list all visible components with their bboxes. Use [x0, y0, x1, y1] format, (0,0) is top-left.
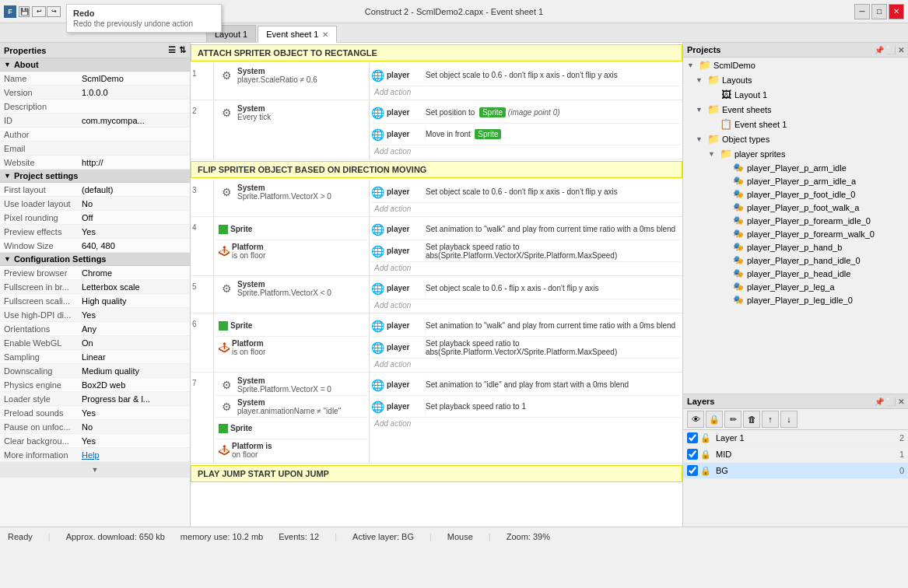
tree-layouts[interactable]: ▼ 📁 Layouts — [683, 72, 908, 87]
tree-player-hand-b[interactable]: 🎭 player_Player_p_hand_b — [683, 240, 908, 254]
layer-row-layer1[interactable]: 🔓 Layer 1 2 — [683, 430, 908, 446]
prop-orientations: Orientations Any — [0, 322, 190, 336]
list-item[interactable]: ⚙ System player.animationName ≠ "idle" — [216, 396, 367, 418]
status-mouse: Mouse — [447, 532, 473, 541]
sort-btn[interactable]: ⇅ — [179, 45, 186, 55]
tree-objecttypes[interactable]: ▼ 📁 Object types — [683, 131, 908, 146]
list-item[interactable]: 🕹 Platform is on floor — [216, 439, 367, 461]
tree-sprite-label: player_Player_p_leg_a — [747, 282, 835, 292]
list-item[interactable]: 🌐 player Set animation to "walk" and pla… — [371, 315, 681, 337]
prop-loader-label: Use loader layout — [4, 199, 82, 208]
projects-pin-btn[interactable]: 📌 — [875, 46, 884, 54]
list-item[interactable]: Sprite — [216, 418, 367, 439]
add-action-1[interactable]: Add action — [371, 86, 681, 98]
tree-player-foot-walk[interactable]: 🎭 player_Player_p_foot_walk_a — [683, 201, 908, 214]
config-section-header[interactable]: ▼ Configuration Settings — [0, 253, 190, 266]
bg-visibility-checkbox[interactable] — [687, 465, 698, 476]
layer-delete-btn[interactable]: 🗑 — [743, 411, 760, 428]
list-item[interactable]: ⚙ System Sprite.Platform.VectorX < 0 — [216, 278, 367, 299]
project-settings-header[interactable]: ▼ Project settings — [0, 170, 190, 183]
list-item[interactable]: Sprite — [216, 219, 367, 240]
add-action-2[interactable]: Add action — [371, 145, 681, 157]
tree-player-leg-idle[interactable]: 🎭 player_Player_p_leg_idle_0 — [683, 293, 908, 306]
list-item[interactable]: Sprite — [216, 315, 367, 337]
tab-eventsheet1-close[interactable]: ✕ — [322, 30, 328, 39]
layer-up-btn[interactable]: ↑ — [762, 411, 779, 428]
sort-alpha-btn[interactable]: ☰ — [168, 45, 176, 55]
about-collapse-icon: ▼ — [4, 61, 11, 68]
projects-float-btn[interactable]: ⬜ — [886, 46, 896, 54]
list-item[interactable]: ⚙ System Every tick — [216, 102, 367, 124]
projects-close-btn[interactable]: ✕ — [898, 46, 904, 54]
center-panel[interactable]: ATTACH SPRITER OBJECT TO RECTANGLE 1 ⚙ S… — [191, 43, 682, 527]
add-action-3[interactable]: Add action — [371, 203, 681, 215]
tree-player-forearm-walk[interactable]: 🎭 player_Player_p_forearm_walk_0 — [683, 227, 908, 240]
layer1-visibility-checkbox[interactable] — [687, 432, 698, 443]
layers-close-btn[interactable]: ✕ — [898, 397, 904, 406]
tree-player-hand-idle[interactable]: 🎭 player_Player_p_hand_idle_0 — [683, 254, 908, 267]
list-item[interactable]: 🌐 player Set playback speed ratio to abs… — [371, 240, 681, 262]
list-item[interactable]: 🌐 player Set animation to "walk" and pla… — [371, 219, 681, 240]
list-item[interactable]: 🌐 player Set object scale to 0.6 - flip … — [371, 278, 681, 299]
condition-detail: player.ScaleRatio ≠ 0.6 — [237, 75, 317, 84]
mid-visibility-checkbox[interactable] — [687, 449, 698, 460]
tree-player-sprites[interactable]: ▼ 📁 player sprites — [683, 146, 908, 161]
add-action-5[interactable]: Add action — [371, 299, 681, 311]
tree-eventsheets[interactable]: ▼ 📁 Event sheets — [683, 102, 908, 117]
tree-player-head-idle[interactable]: 🎭 player_Player_p_head_idle — [683, 267, 908, 280]
layer-row-bg[interactable]: 🔒 BG 0 — [683, 463, 908, 479]
prop-more-info-value[interactable]: Help — [82, 450, 186, 460]
prop-first-layout: First layout (default) — [0, 183, 190, 197]
tree-eventsheet1[interactable]: 📋 Event sheet 1 — [683, 117, 908, 131]
tree-player-leg-a[interactable]: 🎭 player_Player_p_leg_a — [683, 280, 908, 293]
list-item[interactable]: ⚙ System Sprite.Platform.VectorX = 0 — [216, 374, 367, 396]
tree-player-foot-idle[interactable]: 🎭 player_Player_p_foot_idle_0 — [683, 187, 908, 201]
close-btn[interactable]: ✕ — [889, 4, 904, 19]
undo-btn[interactable]: ↩ — [32, 6, 46, 17]
add-action-6[interactable]: Add action — [371, 359, 681, 370]
player-globe-icon: 🌐 — [371, 69, 384, 82]
layers-float-btn[interactable]: ⬜ — [886, 397, 896, 406]
event-5-conditions: ⚙ System Sprite.Platform.VectorX < 0 — [214, 276, 370, 313]
left-panel: Properties ☰ ⇅ ▼ About Name ScmlDemo Ver… — [0, 43, 191, 527]
minimize-btn[interactable]: ─ — [854, 4, 870, 19]
tree-layout1[interactable]: 🖼 Layout 1 — [683, 87, 908, 102]
condition-obj-name: Sprite — [230, 321, 252, 330]
status-sep4: | — [489, 532, 491, 541]
redo-group-btn[interactable]: ↪ — [47, 6, 61, 17]
list-item[interactable]: 🌐 player Set playback speed ratio to abs… — [371, 337, 681, 359]
layers-pin-btn[interactable]: 📌 — [875, 397, 884, 406]
tree-player-arm-idle-a[interactable]: 🎭 player_Player_p_arm_idle_a — [683, 174, 908, 187]
save-quick-btn[interactable]: 💾 — [19, 6, 30, 17]
tree-player-forearm-idle[interactable]: 🎭 player_Player_p_forearm_idle_0 — [683, 214, 908, 227]
status-sep3: | — [429, 532, 432, 541]
prop-pixel-rounding-label: Pixel rounding — [4, 213, 82, 222]
prop-sampling-label: Sampling — [4, 352, 82, 362]
tree-root[interactable]: ▼ 📁 ScmlDemo — [683, 58, 908, 72]
list-item[interactable]: 🌐 player Set animation to "idle" and pla… — [371, 374, 681, 396]
maximize-btn[interactable]: □ — [871, 4, 887, 19]
add-action-7[interactable]: Add action — [371, 418, 681, 429]
bg-name: BG — [716, 466, 886, 475]
layer-eye-btn[interactable]: 👁 — [687, 411, 704, 428]
list-item[interactable]: 🌐 player Set position to Sprite (image p… — [371, 102, 681, 124]
tree-player-arm-idle[interactable]: 🎭 player_Player_p_arm_idle — [683, 161, 908, 174]
list-item[interactable]: 🕹 Platform is on floor — [216, 337, 367, 359]
folder-icon: 📁 — [707, 74, 720, 86]
event-sheet-scroll[interactable]: ATTACH SPRITER OBJECT TO RECTANGLE 1 ⚙ S… — [191, 43, 682, 527]
list-item[interactable]: ⚙ System player.ScaleRatio ≠ 0.6 — [216, 65, 367, 86]
list-item[interactable]: 🕹 Platform is on floor — [216, 240, 367, 262]
prop-pause-unfoc-value: No — [82, 422, 186, 432]
list-item[interactable]: ⚙ System Sprite.Platform.VectorX > 0 — [216, 181, 367, 203]
tab-eventsheet1[interactable]: Event sheet 1 ✕ — [258, 26, 337, 43]
list-item[interactable]: 🌐 player Move in front Sprite — [371, 124, 681, 145]
list-item[interactable]: 🌐 player Set object scale to 0.6 - don't… — [371, 65, 681, 86]
list-item[interactable]: 🌐 player Set object scale to 0.6 - don't… — [371, 181, 681, 203]
add-action-4[interactable]: Add action — [371, 262, 681, 274]
layer-edit-btn[interactable]: ✏ — [724, 411, 741, 428]
layer-down-btn[interactable]: ↓ — [780, 411, 798, 428]
list-item[interactable]: 🌐 player Set playback speed ratio to 1 — [371, 396, 681, 418]
layer-row-mid[interactable]: 🔒 MID 1 — [683, 446, 908, 463]
layer-lock-btn[interactable]: 🔒 — [706, 411, 723, 428]
about-section-header[interactable]: ▼ About — [0, 58, 190, 72]
